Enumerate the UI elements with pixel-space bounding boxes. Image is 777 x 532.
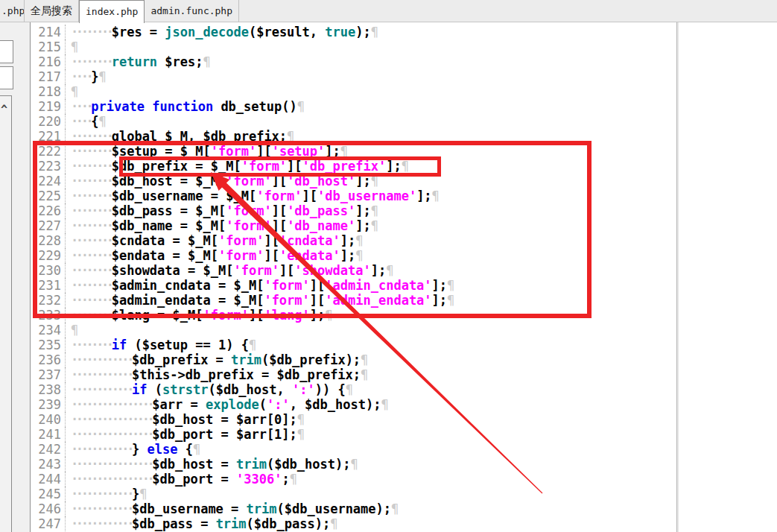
- pilcrow-mark: ¶: [386, 263, 393, 278]
- line-number: 221: [31, 129, 66, 144]
- line-number: 216: [31, 54, 66, 69]
- code-line: 232········$admin_endata = $_M['form']['…: [31, 293, 676, 308]
- indent-dots: ········: [71, 308, 112, 323]
- line-number: 243: [31, 457, 66, 472]
- pilcrow-mark: ¶: [287, 129, 294, 144]
- indent-dots: ········: [71, 233, 112, 248]
- pilcrow-mark: ¶: [371, 218, 378, 233]
- code-line: 235········if ($setup == 1) {¶: [31, 338, 676, 352]
- pilcrow-mark: ¶: [297, 99, 305, 114]
- scroll-up-icon[interactable]: ^: [0, 105, 11, 114]
- pilcrow-mark: ¶: [325, 308, 332, 323]
- line-number: 220: [31, 114, 66, 129]
- indent-dots: ············: [71, 501, 132, 516]
- pilcrow-mark: ¶: [139, 487, 147, 501]
- indent-dots: ····: [71, 69, 91, 84]
- line-number: 247: [31, 516, 66, 531]
- indent-dots: ············: [71, 442, 132, 457]
- code-line: 243················$db_host = trim($db_h…: [31, 457, 676, 472]
- left-docked-panel: ^: [0, 22, 30, 532]
- indent-dots: ············: [71, 352, 132, 367]
- pilcrow-mark: ¶: [330, 516, 337, 531]
- code-line: 231········$admin_cndata = $_M['form']['…: [31, 278, 676, 293]
- pilcrow-mark: ¶: [71, 323, 78, 338]
- indent-dots: ········: [71, 263, 112, 278]
- line-number: 240: [31, 412, 66, 427]
- pilcrow-mark: ¶: [371, 203, 378, 218]
- line-number: 217: [31, 69, 66, 84]
- pilcrow-mark: ¶: [381, 397, 388, 412]
- tab-.php[interactable]: .php: [0, 0, 25, 22]
- pilcrow-mark: ¶: [71, 84, 78, 99]
- indent-dots: ········: [71, 338, 112, 352]
- pilcrow-mark: ¶: [249, 338, 256, 352]
- indent-dots: ········: [71, 25, 112, 39]
- pilcrow-mark: ¶: [290, 472, 297, 487]
- line-number: 215: [31, 39, 66, 54]
- panel-input-fragment-2[interactable]: [0, 66, 13, 89]
- panel-input-fragment-1[interactable]: [0, 40, 13, 63]
- pilcrow-mark: ¶: [371, 25, 378, 39]
- line-number: 224: [31, 174, 66, 189]
- code-line: 238············if (strstr($db_host, ':')…: [31, 382, 676, 397]
- pilcrow-mark: ¶: [371, 174, 378, 189]
- line-number: 233: [31, 308, 66, 323]
- indent-dots: ········: [71, 174, 112, 189]
- tab-全局搜索[interactable]: 全局搜索: [25, 0, 79, 22]
- code-line: 214········$res = json_decode($result, t…: [31, 25, 676, 39]
- indent-dots: ········: [71, 203, 112, 218]
- code-line: 225········$db_username = $_M['form']['d…: [31, 189, 676, 203]
- indent-dots: ············: [71, 382, 132, 397]
- indent-dots: ········: [71, 54, 112, 69]
- left-panel-scrollbar[interactable]: ^: [0, 95, 12, 532]
- pilcrow-mark: ¶: [355, 248, 363, 263]
- code-line: 219····private function db_setup()¶: [31, 99, 676, 114]
- code-line: 215¶: [31, 39, 676, 54]
- code-line: 227········$db_name = $_M['form']['db_na…: [31, 218, 676, 233]
- pilcrow-mark: ¶: [193, 442, 200, 457]
- right-empty-pane: [679, 22, 777, 532]
- pilcrow-mark: ¶: [447, 278, 454, 293]
- pilcrow-mark: ¶: [340, 144, 348, 159]
- pilcrow-mark: ¶: [361, 352, 368, 367]
- indent-dots: ········: [71, 293, 112, 308]
- indent-dots: ········: [71, 129, 112, 144]
- code-line: 220····{¶: [31, 114, 676, 129]
- code-line: 237············$this->db_prefix = $db_pr…: [31, 367, 676, 382]
- code-line: 224········$db_host = $_M['form']['db_ho…: [31, 174, 676, 189]
- indent-dots: ········: [71, 278, 112, 293]
- line-number: 235: [31, 338, 66, 352]
- line-number: 222: [31, 144, 66, 159]
- indent-dots: ············: [71, 367, 132, 382]
- line-number: 234: [31, 323, 66, 338]
- indent-dots: ················: [71, 427, 152, 442]
- indent-dots: ················: [71, 472, 152, 487]
- line-number: 218: [31, 84, 66, 99]
- line-number: 245: [31, 487, 66, 501]
- indent-dots: ················: [71, 412, 152, 427]
- code-line: 245············}¶: [31, 487, 676, 501]
- line-number: 219: [31, 99, 66, 114]
- pilcrow-mark: ¶: [391, 501, 399, 516]
- code-editor[interactable]: 214········$res = json_decode($result, t…: [30, 22, 676, 532]
- tab-admin.func.php[interactable]: admin.func.php: [145, 0, 239, 22]
- code-line: 247············$db_pass = trim($db_pass)…: [31, 516, 676, 531]
- pilcrow-mark: ¶: [447, 293, 454, 308]
- indent-dots: ················: [71, 397, 152, 412]
- code-line: 241················$db_port = $arr[1];¶: [31, 427, 676, 442]
- line-number: 230: [31, 263, 66, 278]
- tab-index.php[interactable]: index.php: [79, 0, 145, 23]
- code-line: 244················$db_port = '3306';¶: [31, 472, 676, 487]
- code-line: 216········return $res;¶: [31, 54, 676, 69]
- line-number: 236: [31, 352, 66, 367]
- code-line: 236············$db_prefix = trim($db_pre…: [31, 352, 676, 367]
- indent-dots: ········: [71, 248, 112, 263]
- line-number: 225: [31, 189, 66, 203]
- line-number: 228: [31, 233, 66, 248]
- code-line: 242············} else {¶: [31, 442, 676, 457]
- line-number: 231: [31, 278, 66, 293]
- line-number: 241: [31, 427, 66, 442]
- indent-dots: ········: [71, 189, 112, 203]
- pilcrow-mark: ¶: [351, 457, 358, 472]
- code-line: 233········$lang = $_M['form']['lang'];¶: [31, 308, 676, 323]
